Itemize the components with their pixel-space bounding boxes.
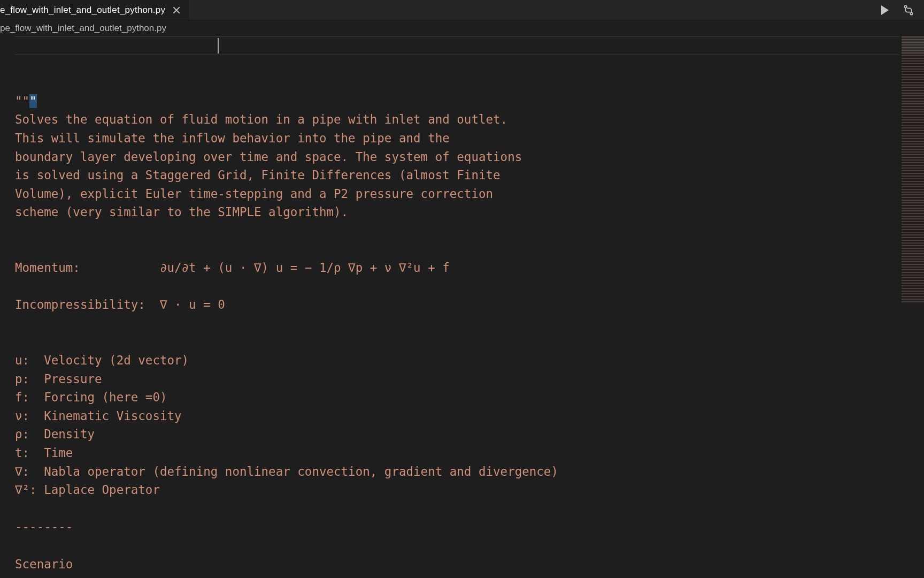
- minimap[interactable]: [902, 36, 924, 304]
- compare-changes-icon[interactable]: [903, 4, 914, 16]
- play-icon[interactable]: [881, 5, 889, 15]
- editor-tab-active[interactable]: e_flow_with_inlet_and_outlet_python.py: [0, 0, 189, 20]
- breadcrumb[interactable]: pe_flow_with_inlet_and_outlet_python.py: [0, 20, 924, 36]
- editor-region[interactable]: """ Solves the equation of fluid motion …: [0, 36, 924, 578]
- text-cursor: [218, 38, 219, 54]
- current-line-highlight: [15, 36, 899, 55]
- close-icon[interactable]: [172, 5, 181, 15]
- svg-point-1: [910, 12, 912, 14]
- tab-actions: [881, 0, 924, 20]
- svg-point-0: [904, 5, 906, 7]
- tab-label: e_flow_with_inlet_and_outlet_python.py: [0, 5, 165, 16]
- tab-bar: e_flow_with_inlet_and_outlet_python.py: [0, 0, 924, 20]
- breadcrumb-file: pe_flow_with_inlet_and_outlet_python.py: [0, 23, 166, 34]
- code-editor[interactable]: """ Solves the equation of fluid motion …: [15, 36, 899, 578]
